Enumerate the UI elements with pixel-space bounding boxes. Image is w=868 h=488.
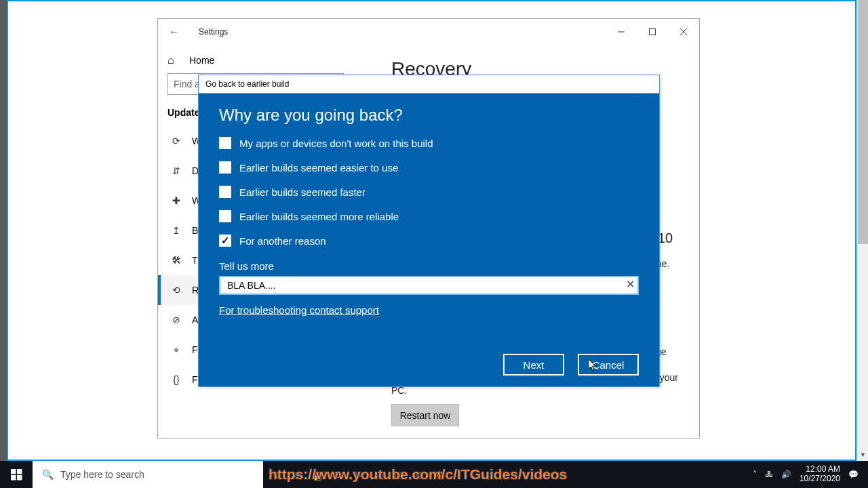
- search-icon: 🔍: [42, 469, 54, 480]
- next-button[interactable]: Next: [503, 354, 564, 375]
- support-link[interactable]: For troubleshooting contact support: [219, 304, 639, 316]
- settings-titlebar: ← Settings: [158, 19, 699, 45]
- task-view-icon[interactable]: ⧉: [267, 465, 286, 484]
- option-label: Earlier builds seemed easier to use: [239, 162, 398, 174]
- settings-taskbar-icon[interactable]: ⚙: [430, 465, 449, 484]
- dialog-titlebar: Go back to earlier build: [199, 75, 659, 94]
- clock-date: 10/27/2020: [800, 474, 840, 484]
- tell-us-more-label: Tell us more: [219, 260, 639, 272]
- desktop: ▲ ▼ ← Settings ⌂ Home Find a setting: [0, 0, 868, 488]
- system-tray: ˄ 🖧 🔊 12:00 AM 10/27/2020 💬: [753, 465, 868, 484]
- checkbox-icon[interactable]: [219, 186, 231, 198]
- taskbar-search[interactable]: 🔍 Type here to search: [33, 461, 263, 488]
- checkbox-icon[interactable]: [219, 161, 231, 174]
- recovery-icon: ⟲: [170, 285, 182, 296]
- home-label: Home: [189, 55, 214, 66]
- maximize-button[interactable]: [637, 22, 668, 43]
- minimize-button[interactable]: [606, 22, 637, 43]
- tray-chevron-icon[interactable]: ˄: [753, 470, 757, 479]
- dev-icon: {}: [170, 374, 182, 385]
- option-label: Earlier builds seemed faster: [239, 186, 366, 198]
- restart-now-button[interactable]: Restart now: [391, 404, 459, 426]
- svg-rect-1: [650, 29, 656, 35]
- windows-logo-icon: [11, 469, 22, 481]
- app2-icon[interactable]: ▥: [410, 465, 429, 484]
- reason-option-0[interactable]: My apps or devices don't work on this bu…: [219, 137, 639, 149]
- start-button[interactable]: [0, 461, 33, 488]
- app-icon[interactable]: ▦: [369, 465, 388, 484]
- sync-icon: ⟳: [170, 136, 182, 146]
- taskbar: 🔍 Type here to search ⧉ ◉ ▆ 🛍 ✉ ▦ ▣ ▥ ⚙ …: [0, 461, 868, 488]
- delivery-icon: ⇵: [170, 165, 182, 176]
- backup-icon: ↥: [170, 225, 182, 236]
- store-icon[interactable]: 🛍: [328, 465, 347, 484]
- svg-rect-7: [17, 475, 22, 481]
- tell-us-more-input[interactable]: [219, 276, 639, 295]
- edge-icon[interactable]: ◉: [288, 465, 307, 484]
- clear-input-icon[interactable]: ✕: [626, 278, 635, 291]
- notifications-icon[interactable]: 💬: [848, 470, 859, 479]
- location-icon: ⌖: [170, 344, 182, 356]
- taskbar-clock[interactable]: 12:00 AM 10/27/2020: [800, 465, 840, 484]
- checkbox-icon[interactable]: [219, 210, 231, 222]
- dialog-heading: Why are you going back?: [219, 106, 639, 125]
- pinned-apps: ⧉ ◉ ▆ 🛍 ✉ ▦ ▣ ▥ ⚙: [267, 465, 449, 484]
- restart-label: Restart now: [400, 410, 451, 421]
- svg-rect-5: [17, 469, 22, 474]
- reason-option-4[interactable]: ✓For another reason: [219, 235, 639, 247]
- option-label: Earlier builds seemed more reliable: [239, 211, 399, 222]
- home-nav[interactable]: ⌂ Home: [167, 52, 366, 73]
- reason-option-3[interactable]: Earlier builds seemed more reliable: [219, 210, 639, 222]
- settings-title: Settings: [199, 27, 228, 37]
- shield-icon: ✚: [170, 195, 182, 206]
- bg-text-fragment: one.: [651, 258, 868, 270]
- rollback-dialog: Go back to earlier build Why are you goi…: [198, 75, 660, 387]
- volume-icon[interactable]: 🔊: [781, 470, 791, 479]
- cancel-label: Cancel: [593, 359, 625, 371]
- close-button[interactable]: [668, 22, 699, 43]
- outer-scrollbar[interactable]: ▲ ▼: [856, 0, 868, 461]
- option-label: For another reason: [239, 235, 326, 247]
- home-icon: ⌂: [167, 54, 180, 66]
- photos-icon[interactable]: ▣: [389, 465, 408, 484]
- checkbox-checked-icon[interactable]: ✓: [219, 235, 231, 247]
- taskbar-search-placeholder: Type here to search: [60, 469, 144, 480]
- reason-option-1[interactable]: Earlier builds seemed easier to use: [219, 161, 639, 174]
- reason-option-2[interactable]: Earlier builds seemed faster: [219, 186, 639, 198]
- explorer-icon[interactable]: ▆: [308, 465, 327, 484]
- mail-icon[interactable]: ✉: [349, 465, 368, 484]
- check-icon: ⊘: [170, 314, 182, 325]
- svg-rect-6: [11, 475, 16, 481]
- next-label: Next: [524, 359, 545, 371]
- clock-time: 12:00 AM: [800, 465, 840, 474]
- cancel-button[interactable]: Cancel: [578, 354, 639, 375]
- scrollbar-thumb[interactable]: [858, 0, 868, 244]
- svg-rect-4: [11, 469, 16, 474]
- wrench-icon: 🛠: [170, 255, 182, 266]
- checkbox-icon[interactable]: [219, 137, 231, 149]
- back-icon[interactable]: ←: [169, 26, 182, 38]
- option-label: My apps or devices don't work on this bu…: [239, 138, 433, 149]
- scroll-down-icon[interactable]: ▼: [857, 449, 868, 461]
- network-icon[interactable]: 🖧: [765, 470, 773, 479]
- bg-text-fragment: 10: [658, 230, 673, 246]
- dialog-title-text: Go back to earlier build: [205, 79, 289, 89]
